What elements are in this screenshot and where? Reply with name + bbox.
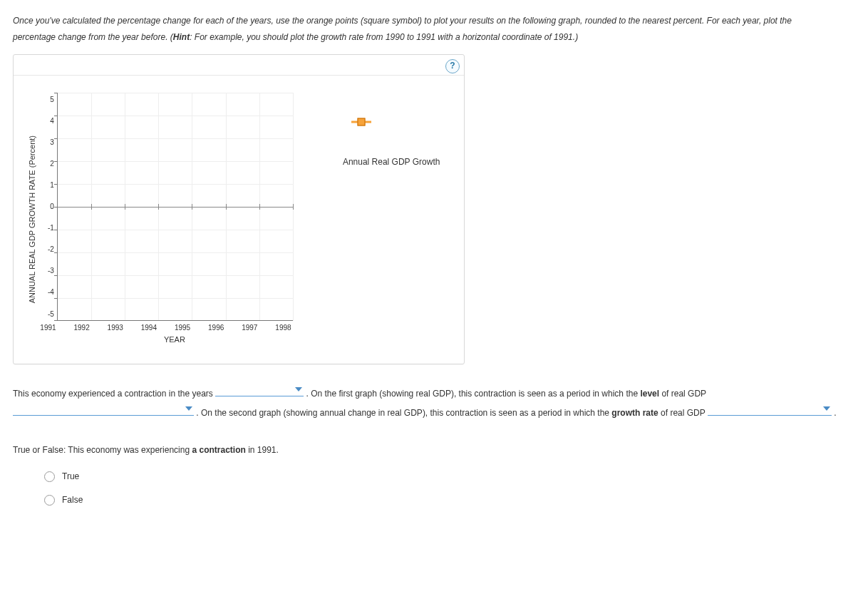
y-tick: 4	[41, 114, 54, 128]
x-tick: 1991	[40, 321, 73, 334]
tf-prompt: True or False: This economy was experien…	[13, 442, 855, 459]
zero-axis	[58, 207, 293, 208]
y-axis-ticks: 5 4 3 2 1 0 -1 -2 -3 -4 -5	[41, 93, 54, 321]
radio-group: True False	[13, 468, 855, 508]
y-tick: -3	[41, 264, 54, 277]
y-tick: 1	[41, 178, 54, 192]
text-segment: of real GDP	[659, 389, 706, 399]
radio-icon	[44, 495, 55, 506]
tf-prompt-a: True or False: This economy was experien…	[13, 445, 192, 455]
true-false-section: True or False: This economy was experien…	[13, 442, 855, 508]
legend-label: Annual Real GDP Growth	[343, 154, 440, 170]
y-tick: 0	[41, 200, 54, 213]
x-tick: 1998	[275, 321, 309, 334]
radio-icon	[44, 471, 55, 482]
radio-label: False	[62, 492, 83, 508]
chevron-down-icon	[823, 406, 830, 411]
x-tick: 1993	[108, 321, 141, 334]
help-icon[interactable]: ?	[445, 59, 460, 73]
x-tick: 1992	[73, 321, 107, 334]
y-tick: 2	[41, 157, 54, 170]
chart-body: ANNUAL REAL GDP GROWTH RATE (Percent) 5 …	[14, 76, 464, 364]
y-tick: -2	[41, 242, 54, 256]
y-axis-label: ANNUAL REAL GDP GROWTH RATE (Percent)	[24, 135, 41, 303]
x-axis-label: YEAR	[57, 332, 292, 347]
dropdown-level[interactable]	[13, 404, 194, 416]
chevron-down-icon	[295, 387, 302, 391]
radio-option-false[interactable]: False	[44, 492, 855, 508]
y-tick: 3	[41, 135, 54, 149]
text-segment: .	[834, 408, 836, 418]
bold-level: level	[640, 389, 659, 399]
instructions-hint-tail: : For example, you should plot the growt…	[190, 32, 578, 42]
radio-option-true[interactable]: True	[44, 468, 855, 485]
x-tick: 1994	[141, 321, 175, 334]
chart-legend: Annual Real GDP Growth	[343, 114, 440, 347]
chart-card: ? ANNUAL REAL GDP GROWTH RATE (Percent) …	[13, 54, 465, 365]
instructions-text: Once you've calculated the percentage ch…	[13, 13, 832, 46]
hint-label: Hint	[173, 32, 190, 42]
y-tick: -4	[41, 285, 54, 299]
chevron-down-icon	[185, 406, 192, 411]
radio-label: True	[62, 468, 79, 485]
x-tick: 1997	[242, 321, 275, 334]
plot-area[interactable]	[57, 93, 293, 321]
tf-prompt-bold: a contraction	[192, 445, 245, 455]
text-segment: . On the first graph (showing real GDP),…	[306, 389, 641, 399]
y-tick: 5	[41, 93, 54, 106]
text-segment: . On the second graph (showing annual ch…	[196, 408, 611, 418]
bold-growth-rate: growth rate	[611, 408, 658, 418]
dropdown-growth-rate[interactable]	[708, 404, 832, 416]
tf-prompt-b: in 1991.	[246, 445, 279, 455]
y-tick: -5	[41, 307, 54, 321]
dropdown-years[interactable]	[215, 384, 304, 396]
chart-toolbar: ?	[14, 55, 464, 76]
fill-in-paragraph: This economy experienced a contraction i…	[13, 384, 854, 422]
x-tick: 1996	[208, 321, 242, 334]
y-tick: -1	[41, 221, 54, 235]
text-segment: of real GDP	[658, 408, 708, 418]
text-segment: This economy experienced a contraction i…	[13, 389, 215, 399]
x-tick: 1995	[175, 321, 208, 334]
